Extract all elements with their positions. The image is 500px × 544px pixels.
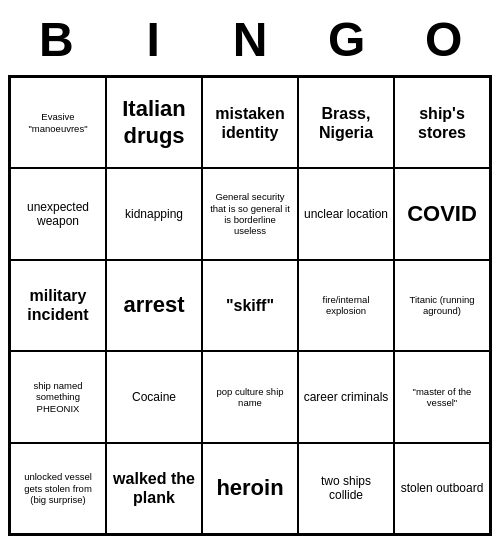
table-cell-8: unclear location xyxy=(298,168,394,259)
table-cell-0: Evasive "manoeuvres" xyxy=(10,77,106,168)
table-cell-6: kidnapping xyxy=(106,168,202,259)
table-cell-15: ship named something PHEONIX xyxy=(10,351,106,442)
table-cell-13: fire/internal explosion xyxy=(298,260,394,351)
table-cell-4: ship's stores xyxy=(394,77,490,168)
bingo-header: B I N G O xyxy=(8,8,492,71)
table-cell-2: mistaken identity xyxy=(202,77,298,168)
table-cell-9: COVID xyxy=(394,168,490,259)
letter-i: I xyxy=(105,12,202,67)
table-cell-16: Cocaine xyxy=(106,351,202,442)
table-cell-23: two ships collide xyxy=(298,443,394,534)
table-cell-20: unlocked vessel gets stolen from (big su… xyxy=(10,443,106,534)
table-cell-1: Italian drugs xyxy=(106,77,202,168)
table-cell-18: career criminals xyxy=(298,351,394,442)
table-cell-11: arrest xyxy=(106,260,202,351)
table-cell-7: General security that is so general it i… xyxy=(202,168,298,259)
table-cell-24: stolen outboard xyxy=(394,443,490,534)
table-cell-12: "skiff" xyxy=(202,260,298,351)
letter-b: B xyxy=(8,12,105,67)
table-cell-14: Titanic (running aground) xyxy=(394,260,490,351)
table-cell-5: unexpected weapon xyxy=(10,168,106,259)
table-cell-3: Brass, Nigeria xyxy=(298,77,394,168)
letter-g: G xyxy=(298,12,395,67)
table-cell-17: pop culture ship name xyxy=(202,351,298,442)
table-cell-21: walked the plank xyxy=(106,443,202,534)
letter-o: O xyxy=(395,12,492,67)
letter-n: N xyxy=(202,12,299,67)
table-cell-22: heroin xyxy=(202,443,298,534)
bingo-grid: Evasive "manoeuvres"Italian drugsmistake… xyxy=(8,75,492,536)
table-cell-19: "master of the vessel" xyxy=(394,351,490,442)
table-cell-10: military incident xyxy=(10,260,106,351)
